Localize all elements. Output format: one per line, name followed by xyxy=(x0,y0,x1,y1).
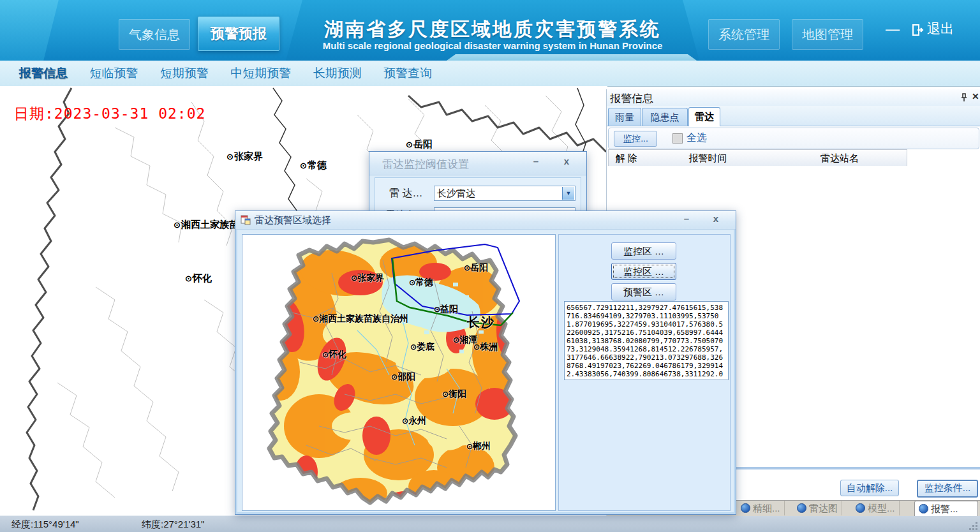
menu-item-midshort-warning[interactable]: 中短期预警 xyxy=(230,61,291,86)
menu-item-nowcast-warning[interactable]: 短临预警 xyxy=(89,61,138,86)
map-city-label: ⊙湘西土家族苗族自治州 xyxy=(313,313,408,325)
map-city-label: ⊙岳阳 xyxy=(464,262,488,274)
region-minimize-button[interactable]: – xyxy=(678,213,695,224)
status-longitude: 经度:115°49'14" xyxy=(11,519,79,531)
map-city-label: ⊙永州 xyxy=(402,415,426,427)
region-dialog-title: 雷达预警区域选择 xyxy=(255,214,331,226)
title-banner-tab xyxy=(447,54,697,61)
alarm-panel-title: 报警信息 xyxy=(610,91,653,106)
map-city-label: ⊙衡阳 xyxy=(442,388,466,400)
app-window: 湖南省多尺度区域地质灾害预警系统 Multi scale regional ge… xyxy=(0,0,980,532)
monitor-button[interactable]: 监控... xyxy=(614,131,657,147)
sub-menu-bar: 报警信息 短临预警 短期预警 中短期预警 长期预测 预警查询 xyxy=(0,61,980,87)
region-coordinates-textbox[interactable]: 656567.729112211,3297927.47615615,538716… xyxy=(564,301,729,380)
globe-icon xyxy=(797,503,806,513)
city-marker-icon: ⊙ xyxy=(226,152,234,161)
status-latitude: 纬度:27°21'31" xyxy=(142,519,204,531)
alarm-panel-tabs: 雨量 隐患点 雷达 xyxy=(607,106,980,126)
threshold-close-button[interactable]: x xyxy=(558,156,575,166)
bg-city-label: ⊙岳阳 xyxy=(406,138,433,151)
bg-city-label: ⊙常德 xyxy=(300,159,327,172)
map-city-label: ⊙郴州 xyxy=(466,441,491,452)
map-city-label: ⊙株洲 xyxy=(473,341,498,353)
tab-radar[interactable]: 雷达 xyxy=(688,107,720,126)
doc-tab-radar-image[interactable]: 雷达图 xyxy=(793,501,842,515)
menu-item-shortterm-warning[interactable]: 短期预警 xyxy=(160,61,209,86)
exit-door-icon xyxy=(911,24,924,36)
globe-icon xyxy=(919,504,928,514)
nav-weather-info[interactable]: 气象信息 xyxy=(119,19,190,50)
radar-region-select-dialog: 雷达预警区域选择 – x xyxy=(235,211,736,515)
resize-grip[interactable] xyxy=(969,521,977,530)
tab-rainfall[interactable]: 雨量 xyxy=(608,108,641,126)
region-close-button[interactable]: x xyxy=(708,213,724,224)
alarm-panel-toolbar: 监控... 全选 xyxy=(608,128,979,149)
doc-tab-alarm[interactable]: 报警... xyxy=(914,501,978,516)
alarm-panel-titlebar: 报警信息 ✕ xyxy=(607,89,980,106)
auto-release-button[interactable]: 自动解除... xyxy=(840,480,899,496)
monitor-area-button-1[interactable]: 监控区 … xyxy=(611,242,676,260)
threshold-minimize-button[interactable]: – xyxy=(528,156,544,166)
globe-icon xyxy=(741,503,750,513)
threshold-dialog-titlebar[interactable]: 雷达监控阈值设置 – x xyxy=(369,152,586,175)
map-city-label: ⊙怀化 xyxy=(322,349,346,360)
monitor-area-button-2[interactable]: 监控区 … xyxy=(611,263,676,280)
radar-select-value: 长沙雷达 xyxy=(437,188,475,198)
exit-label: 退出 xyxy=(927,21,954,36)
menu-item-warning-query[interactable]: 预警查询 xyxy=(383,61,432,86)
region-dialog-titlebar[interactable]: 雷达预警区域选择 – x xyxy=(235,211,736,230)
doc-tab-fine[interactable]: 精细... xyxy=(737,501,785,515)
pin-icon[interactable] xyxy=(960,93,968,102)
alarm-panel-close-icon[interactable]: ✕ xyxy=(972,91,979,101)
map-date-label: 日期:2023-03-31 02:02 xyxy=(14,104,205,124)
minimize-window-button[interactable]: — xyxy=(884,18,901,41)
column-header-release[interactable]: 解 除 xyxy=(608,149,644,166)
nav-system-management[interactable]: 系统管理 xyxy=(708,19,780,50)
status-bar: 经度:115°49'14" 纬度:27°21'31" xyxy=(0,515,980,532)
winform-app-icon xyxy=(241,215,251,225)
monitor-condition-button[interactable]: 监控条件... xyxy=(917,480,978,498)
select-all-checkbox[interactable] xyxy=(672,133,683,144)
radar-select-combobox[interactable]: 长沙雷达 ▼ xyxy=(434,186,575,201)
map-city-label: ⊙常德 xyxy=(409,277,433,288)
menu-item-alarm-info[interactable]: 报警信息 xyxy=(19,61,68,86)
map-city-label: ⊙张家界 xyxy=(351,272,384,284)
column-header-radar-station[interactable]: 雷达站名 xyxy=(773,149,907,166)
map-city-label-changsha: 长沙 xyxy=(467,314,495,331)
threshold-dialog-title: 雷达监控阈值设置 xyxy=(382,157,469,172)
app-subtitle: Multi scale regional geological disaster… xyxy=(286,40,699,51)
menu-item-longterm-forecast[interactable]: 长期预测 xyxy=(313,61,362,86)
select-all-label[interactable]: 全选 xyxy=(687,131,707,145)
warning-map-panel[interactable]: ⊙张家界 ⊙常德 ⊙岳阳 ⊙益阳 ⊙湘西土家族苗族自治州 长沙 ⊙湘潭 ⊙株洲 … xyxy=(242,234,556,511)
doc-tab-model[interactable]: 模型... xyxy=(852,501,900,515)
header-bar: 湖南省多尺度区域地质灾害预警系统 Multi scale regional ge… xyxy=(0,0,980,61)
globe-icon xyxy=(856,503,865,513)
combo-dropdown-arrow-icon[interactable]: ▼ xyxy=(562,187,574,200)
warning-area-button[interactable]: 预警区 … xyxy=(611,283,676,300)
bg-city-label: ⊙张家界 xyxy=(226,151,263,163)
region-dialog-sidebar: 监控区 … 监控区 … 预警区 … 656567.729112211,32979… xyxy=(558,234,731,511)
tab-hazard-points[interactable]: 隐患点 xyxy=(642,108,688,126)
exit-button[interactable]: 退出 xyxy=(911,15,962,42)
city-marker-icon: ⊙ xyxy=(174,220,181,230)
city-marker-icon: ⊙ xyxy=(406,140,413,149)
header-decor-wedge xyxy=(0,0,59,61)
column-header-alarm-time[interactable]: 报警时间 xyxy=(643,149,773,166)
nav-warning-forecast[interactable]: 预警预报 xyxy=(198,17,279,51)
nav-map-management[interactable]: 地图管理 xyxy=(792,19,863,50)
map-city-label: ⊙邵阳 xyxy=(391,371,415,383)
map-city-label: ⊙娄底 xyxy=(410,341,434,353)
app-title: 湖南省多尺度区域地质灾害预警系统 xyxy=(286,17,699,43)
city-marker-icon: ⊙ xyxy=(185,274,192,283)
bg-city-label: ⊙怀化 xyxy=(185,272,212,284)
city-marker-icon: ⊙ xyxy=(300,161,307,170)
radar-select-label: 雷 达… xyxy=(389,187,422,200)
map-city-label: ⊙益阳 xyxy=(434,304,458,315)
